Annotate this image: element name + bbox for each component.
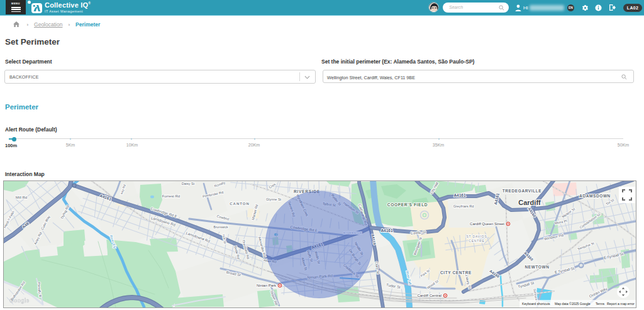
- svg-text:TREDEGARVILLE: TREDEGARVILLE: [502, 189, 542, 193]
- svg-text:CANTON: CANTON: [230, 202, 250, 206]
- svg-text:Map data ©2025 Google: Map data ©2025 Google: [555, 302, 591, 306]
- svg-text:Cardiff Queen Street: Cardiff Queen Street: [470, 222, 504, 226]
- svg-text:Forrest Rd: Forrest Rd: [162, 194, 180, 198]
- svg-text:Glynne St: Glynne St: [266, 197, 282, 201]
- svg-text:Daisy St: Daisy St: [182, 182, 195, 185]
- svg-text:Report a map error: Report a map error: [607, 302, 635, 306]
- svg-text:Cardiff Central: Cardiff Central: [417, 294, 441, 297]
- svg-text:CENTRE: CENTRE: [469, 239, 484, 243]
- svg-text:NEWTOWN: NEWTOWN: [525, 265, 549, 269]
- svg-text:Cardiff: Cardiff: [518, 199, 541, 206]
- svg-text:A4161: A4161: [453, 193, 466, 197]
- svg-text:ST DAVIDS: ST DAVIDS: [466, 235, 487, 238]
- svg-text:A4161: A4161: [380, 228, 393, 233]
- svg-text:Keyboard shortcuts: Keyboard shortcuts: [522, 302, 550, 306]
- svg-text:Greyfriars Rd: Greyfriars Rd: [453, 204, 474, 208]
- svg-text:CITY CENTRE: CITY CENTRE: [440, 270, 472, 275]
- svg-text:Google: Google: [9, 297, 30, 304]
- svg-text:ADAMSDOWN: ADAMSDOWN: [579, 194, 611, 198]
- svg-text:Ninian Park: Ninian Park: [257, 284, 277, 287]
- svg-text:COOPER'S FIELD: COOPER'S FIELD: [387, 202, 428, 207]
- svg-text:Mill Rd: Mill Rd: [16, 196, 27, 199]
- svg-text:Terms: Terms: [596, 302, 605, 306]
- svg-text:Brunswick: Brunswick: [214, 225, 228, 229]
